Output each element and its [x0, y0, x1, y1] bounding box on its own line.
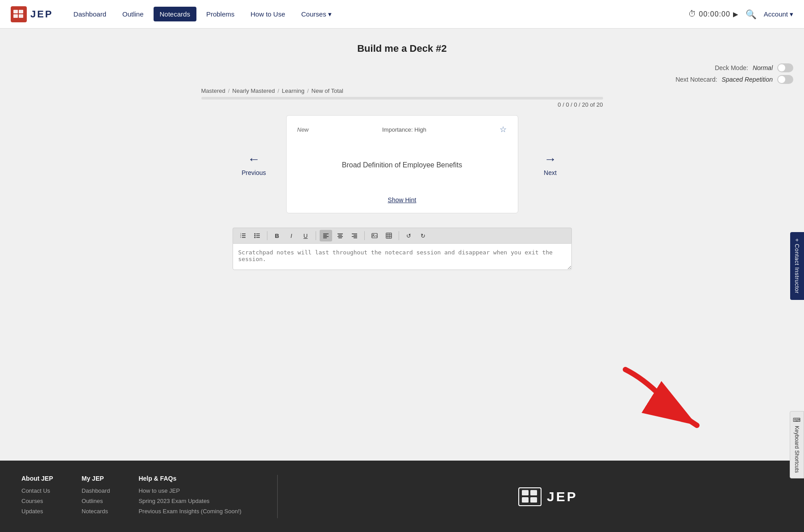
toolbar-redo[interactable]: ↻	[417, 230, 429, 241]
nearly-mastered-label[interactable]: Nearly Mastered	[232, 87, 275, 94]
notecard-header: New Importance: High ☆	[297, 125, 507, 134]
logo-text: JEP	[30, 8, 53, 20]
next-notecard-row: Next Notecard: Spaced Repetition	[675, 75, 793, 84]
toolbar-align-left[interactable]	[320, 230, 332, 241]
navbar: JEP Dashboard Outline Notecards Problems…	[0, 0, 804, 29]
toolbar-sep-1	[267, 231, 267, 240]
search-icon[interactable]: 🔍	[746, 9, 757, 20]
logo-icon	[11, 6, 27, 22]
mastered-label[interactable]: Mastered	[201, 87, 225, 94]
previous-button[interactable]: ← Previous	[236, 152, 272, 176]
footer-dashboard[interactable]: Dashboard	[82, 487, 110, 494]
deck-mode-toggle[interactable]	[777, 63, 793, 72]
toolbar-image[interactable]	[368, 230, 381, 241]
progress-bar	[201, 97, 603, 100]
nav-notecards[interactable]: Notecards	[154, 7, 196, 21]
svg-rect-37	[522, 497, 529, 503]
main-content: Build me a Deck #2 Deck Mode: Normal Nex…	[0, 29, 804, 461]
red-arrow-overlay	[617, 361, 715, 434]
toolbar-bold[interactable]: B	[271, 230, 283, 241]
notecard-area: ← Previous New Importance: High ☆ Broad …	[157, 115, 648, 213]
keyboard-shortcuts-label: Keyboard Shortcuts	[794, 426, 800, 473]
account-button[interactable]: Account ▾	[764, 10, 793, 18]
svg-rect-29	[372, 233, 377, 238]
toolbar-underline[interactable]: U	[300, 230, 312, 241]
footer-logo-wrap: JEP	[313, 475, 783, 518]
keyboard-shortcuts-sidebar[interactable]: ⌨ Keyboard Shortcuts	[790, 411, 804, 478]
nav-problems[interactable]: Problems	[200, 7, 241, 21]
scratchpad-input[interactable]	[233, 243, 572, 270]
footer-my-jep: My JEP Dashboard Outlines Notecards	[82, 475, 110, 518]
contact-instructor-sidebar[interactable]: + Contact Instructor	[790, 232, 804, 300]
keyboard-icon: ⌨	[794, 417, 800, 423]
deck-controls: Deck Mode: Normal Next Notecard: Spaced …	[11, 63, 793, 84]
toolbar-ordered-list[interactable]: 123	[237, 230, 249, 241]
right-arrow-icon: →	[544, 152, 557, 166]
learning-label[interactable]: Learning	[282, 87, 304, 94]
notecard-card: New Importance: High ☆ Broad Definition …	[286, 115, 518, 213]
footer-how-to-use-jep[interactable]: How to use JEP	[138, 487, 241, 494]
notecard-badge: New	[297, 126, 309, 133]
toolbar-align-center[interactable]	[334, 230, 346, 241]
show-hint: Show Hint	[297, 196, 507, 204]
footer-divider	[277, 475, 278, 518]
nav-links: Dashboard Outline Notecards Problems How…	[67, 7, 688, 22]
next-button[interactable]: → Next	[533, 152, 568, 176]
new-of-total-label[interactable]: New of Total	[312, 87, 343, 94]
timer-value: 00:00:00	[699, 10, 730, 18]
left-arrow-icon: ←	[248, 152, 260, 166]
svg-rect-0	[13, 10, 18, 13]
scratchpad: 123 B I U	[233, 228, 572, 272]
progress-labels: Mastered / Nearly Mastered / Learning / …	[201, 87, 603, 94]
toolbar-undo[interactable]: ↺	[403, 230, 415, 241]
footer-notecards[interactable]: Notecards	[82, 508, 110, 515]
logo[interactable]: JEP	[11, 6, 53, 22]
svg-rect-3	[19, 14, 23, 18]
toolbar-sep-4	[399, 231, 399, 240]
toolbar-sep-2	[316, 231, 316, 240]
nav-courses[interactable]: Courses ▾	[295, 7, 338, 22]
svg-point-14	[254, 233, 255, 235]
footer-help-heading: Help & FAQs	[138, 475, 241, 482]
next-notecard-label: Next Notecard:	[675, 76, 717, 83]
deck-title: Build me a Deck #2	[11, 43, 793, 54]
svg-rect-2	[19, 10, 23, 13]
footer-spring-updates[interactable]: Spring 2023 Exam Updates	[138, 498, 241, 504]
nav-right: ⏱ 00:00:00 ▶ 🔍 Account ▾	[688, 9, 793, 20]
nav-how-to-use[interactable]: How to Use	[244, 7, 292, 21]
footer-about-heading: About JEP	[21, 475, 53, 482]
progress-count: 0 / 0 / 0 / 20 of 20	[201, 101, 603, 108]
nav-dashboard[interactable]: Dashboard	[67, 7, 112, 21]
svg-rect-31	[386, 233, 392, 238]
toolbar-align-right[interactable]	[348, 230, 361, 241]
notecard-importance: Importance: High	[382, 126, 426, 133]
next-notecard-toggle[interactable]	[777, 75, 793, 84]
play-button[interactable]: ▶	[733, 10, 738, 18]
svg-point-30	[373, 234, 374, 236]
show-hint-link[interactable]: Show Hint	[388, 196, 417, 204]
svg-rect-38	[530, 490, 537, 495]
nav-outline[interactable]: Outline	[116, 7, 150, 21]
next-notecard-value: Spaced Repetition	[722, 76, 773, 83]
star-icon[interactable]: ☆	[500, 125, 507, 134]
svg-point-16	[254, 237, 255, 238]
footer-my-jep-heading: My JEP	[82, 475, 110, 482]
footer-previous-insights[interactable]: Previous Exam Insights (Coming Soon!)	[138, 508, 241, 515]
footer-updates[interactable]: Updates	[21, 508, 53, 515]
footer-about: About JEP Contact Us Courses Updates	[21, 475, 53, 518]
footer-help: Help & FAQs How to use JEP Spring 2023 E…	[138, 475, 241, 518]
toolbar-sep-3	[364, 231, 365, 240]
footer-logo-text: JEP	[547, 489, 578, 504]
footer-courses[interactable]: Courses	[21, 498, 53, 504]
svg-rect-39	[530, 497, 537, 503]
deck-mode-value: Normal	[753, 64, 773, 71]
toolbar-italic[interactable]: I	[285, 230, 298, 241]
chevron-down-icon: ▾	[328, 10, 332, 18]
toolbar-table[interactable]	[383, 230, 395, 241]
footer-contact-us[interactable]: Contact Us	[21, 487, 53, 494]
footer-outlines[interactable]: Outlines	[82, 498, 110, 504]
footer-logo-icon	[518, 487, 542, 506]
clock-icon: ⏱	[688, 9, 696, 19]
toolbar-unordered-list[interactable]	[251, 230, 263, 241]
svg-rect-36	[522, 490, 529, 495]
